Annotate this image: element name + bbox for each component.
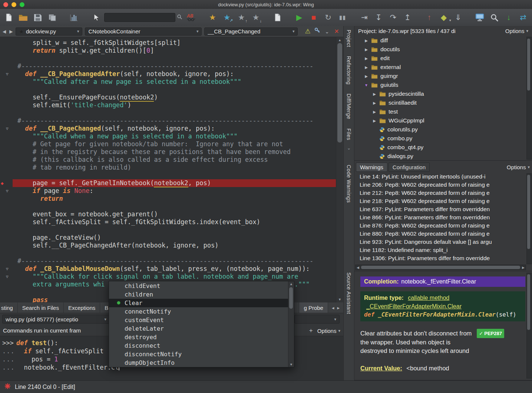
- completion-item[interactable]: connectNotify: [109, 307, 288, 316]
- project-scrollbar[interactable]: [526, 37, 532, 160]
- editor-menu-chevron-icon[interactable]: ⌄: [323, 29, 331, 35]
- gutter[interactable]: [0, 171, 17, 179]
- scroll-down-icon[interactable]: ▼: [336, 298, 343, 301]
- profiler-icon[interactable]: [68, 12, 80, 23]
- code-line[interactable]: """Called when a new page is selected in…: [0, 132, 336, 140]
- current-debug-line[interactable]: ◆ page = self._GetPanelInNotebook(notebo…: [0, 179, 336, 187]
- code-line[interactable]: return split_w.get_children()[0]: [0, 47, 336, 55]
- step-into-icon[interactable]: ↧: [373, 12, 384, 23]
- gutter[interactable]: [0, 47, 17, 55]
- function-scope-dropdown[interactable]: __CB_PageChanged ▾: [204, 27, 298, 36]
- save-copy-icon[interactable]: [46, 12, 58, 23]
- assistant-scrollbar[interactable]: [526, 273, 532, 379]
- warning-item[interactable]: Line 866: PyLint: Parameters differ from…: [354, 213, 527, 222]
- gutter[interactable]: [0, 226, 17, 234]
- new-file-icon[interactable]: [3, 12, 15, 23]
- gutter[interactable]: [0, 101, 17, 109]
- add-icon[interactable]: +: [309, 327, 313, 334]
- code-line[interactable]: [0, 171, 336, 179]
- warning-item[interactable]: Line 1306: PyLint: Parameters differ fro…: [354, 254, 527, 262]
- tree-item-combo-qt4-py[interactable]: combo_qt4.py: [354, 143, 527, 152]
- warnings-indicator-icon[interactable]: ⚠: [303, 27, 312, 35]
- expand-arrow-icon[interactable]: ▶: [372, 110, 377, 114]
- gutter[interactable]: [0, 203, 17, 210]
- fold-arrow-icon[interactable]: ▽: [6, 70, 9, 78]
- tree-item-dialogs-py[interactable]: dialogs.py: [354, 152, 527, 160]
- gutter[interactable]: [0, 62, 17, 70]
- autocomplete-list[interactable]: childEventchildrenClearconnectNotifycust…: [109, 282, 288, 367]
- probe-options-button[interactable]: Options ▾: [317, 328, 340, 334]
- search-manager-icon[interactable]: [488, 12, 500, 23]
- runtime-type-link[interactable]: callable method: [408, 295, 449, 301]
- expand-arrow-icon[interactable]: ▶: [372, 119, 377, 123]
- vtab-overflow-chevron-icon[interactable]: ⌄: [344, 145, 354, 151]
- gutter[interactable]: [0, 94, 17, 101]
- warning-item[interactable]: Line 880: Pep8: W602 deprecated form of …: [354, 230, 527, 238]
- tree-item-combo-py[interactable]: combo.py: [354, 134, 527, 143]
- completion-item[interactable]: childEvent: [109, 282, 288, 290]
- file-dropdown[interactable]: ★ dockview.py ▾: [16, 27, 82, 36]
- select-mode-icon[interactable]: [90, 12, 102, 23]
- debug-pause-icon[interactable]: ▮▮: [337, 12, 348, 23]
- tab-search-in-files[interactable]: Search in Files: [18, 302, 64, 313]
- vertical-tab-code-warnings[interactable]: Code Warnings: [346, 165, 352, 203]
- code-line[interactable]: [0, 86, 336, 94]
- tab-warnings[interactable]: Warnings: [356, 163, 387, 172]
- code-line[interactable]: self.__CB_PageChangedAfter(notebook, ign…: [0, 242, 336, 249]
- gutter[interactable]: [0, 156, 17, 164]
- minimize-window-button[interactable]: [11, 2, 16, 7]
- tree-item-wguicppimpl[interactable]: ▶WGuiCppImpl: [354, 116, 527, 125]
- code-line[interactable]: #---------------------------------------…: [0, 257, 336, 265]
- gutter[interactable]: [0, 39, 17, 47]
- scrollbar-thumb[interactable]: [527, 175, 530, 249]
- completion-item[interactable]: deleteLater: [109, 324, 288, 333]
- bookmark-next-icon[interactable]: ★↓: [250, 12, 262, 23]
- zoom-window-button[interactable]: [20, 2, 24, 7]
- frame-up-icon[interactable]: ↑: [423, 12, 435, 23]
- breakpoint-marker-icon[interactable]: ◆: [1, 179, 4, 187]
- tree-item-colorutils-py[interactable]: colorutils.py: [354, 125, 527, 134]
- update-available-icon[interactable]: ↓: [503, 12, 515, 23]
- scroll-right-icon[interactable]: ▶: [521, 266, 526, 269]
- fold-arrow-icon[interactable]: ▽: [6, 125, 9, 132]
- fold-arrow-icon[interactable]: ▽: [6, 187, 9, 195]
- collapse-arrow-icon[interactable]: ▼: [364, 83, 369, 87]
- warning-item[interactable]: Line 212: Pep8: W602 deprecated form of …: [354, 189, 527, 197]
- vertical-tab-refactoring[interactable]: Refactoring: [346, 56, 352, 85]
- project-tree[interactable]: ▶diff▶docutils▶edit▶external▶guimgr▼guiu…: [354, 36, 527, 160]
- sync-files-icon[interactable]: ⇄: [517, 12, 529, 23]
- runtime-symbol-link[interactable]: _CEventFilterForAdapterMixin.Clear: [366, 303, 462, 310]
- gutter[interactable]: [0, 281, 17, 288]
- bookmark-prev-icon[interactable]: ★↑: [235, 12, 247, 23]
- gutter[interactable]: [0, 109, 17, 117]
- gutter[interactable]: ▽: [0, 273, 17, 281]
- gutter[interactable]: [0, 117, 17, 125]
- completion-item[interactable]: children: [109, 290, 288, 299]
- warnings-hscrollbar[interactable]: ◀ ▶: [355, 265, 526, 270]
- code-line[interactable]: # Get page for given notebook/tab number…: [0, 140, 336, 148]
- code-line[interactable]: split_w = self._fGtkSplitWidgets[split]: [0, 39, 336, 47]
- gutter[interactable]: ▽: [0, 265, 17, 273]
- tree-item-diff[interactable]: ▶diff: [354, 36, 527, 45]
- close-window-button[interactable]: [3, 2, 8, 7]
- new-snippet-icon[interactable]: [272, 12, 284, 23]
- vertical-tab-files[interactable]: Files: [346, 128, 352, 140]
- breakpoint-menu-icon[interactable]: ◆▾: [438, 12, 450, 23]
- tab-exceptions[interactable]: Exceptions: [64, 302, 100, 313]
- completion-item[interactable]: disconnectNotify: [109, 350, 288, 358]
- tree-item-edit[interactable]: ▶edit: [354, 54, 527, 63]
- code-line[interactable]: """Called after a new page is selected i…: [0, 78, 336, 86]
- vertical-tab-source-assistant[interactable]: Source Assistant: [346, 272, 352, 314]
- tree-item-guiutils[interactable]: ▼guiutils: [354, 81, 527, 89]
- bookmark-visit-icon[interactable]: ★↗: [221, 12, 233, 23]
- tree-item-guimgr[interactable]: ▶guimgr: [354, 72, 527, 81]
- vertical-tab-project[interactable]: Project: [346, 30, 352, 47]
- code-line[interactable]: ▽ def __CB_PageChanged(self, notebook, i…: [0, 125, 336, 132]
- project-options-button[interactable]: Options ▾: [505, 28, 528, 34]
- gutter[interactable]: [0, 140, 17, 148]
- tree-item-scintillaedit[interactable]: ▶scintillaedit: [354, 98, 527, 107]
- gutter[interactable]: ◆: [0, 179, 17, 187]
- code-line[interactable]: self._fActiveSplit = self._fGtkSplitWidg…: [0, 218, 336, 226]
- completion-item[interactable]: disconnect: [109, 341, 288, 350]
- toolbar-search-input[interactable]: [104, 13, 175, 22]
